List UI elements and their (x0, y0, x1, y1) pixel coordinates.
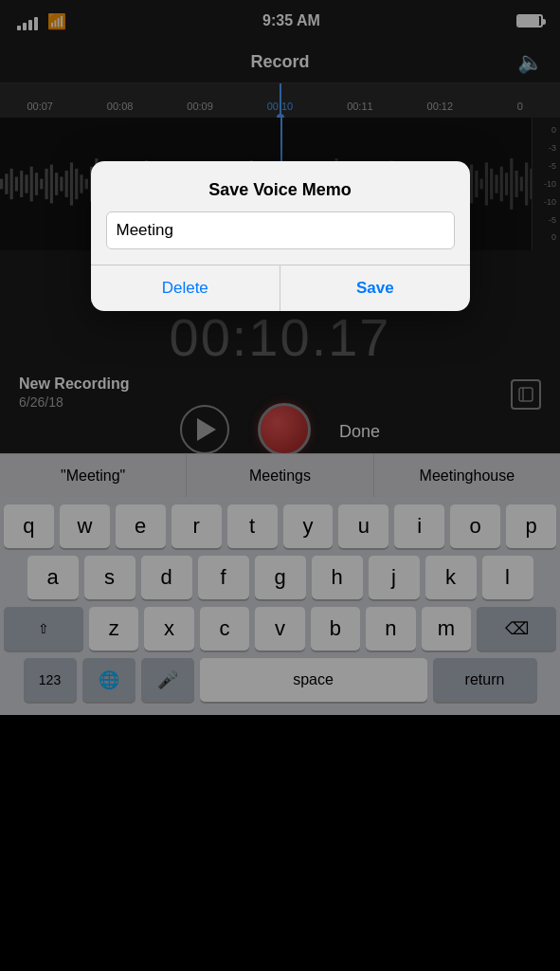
modal-buttons: Delete Save (91, 265, 470, 311)
save-button[interactable]: Save (280, 266, 470, 311)
modal-title: Save Voice Memo (91, 161, 470, 211)
delete-button[interactable]: Delete (91, 266, 281, 311)
memo-name-input[interactable] (106, 211, 455, 249)
modal-overlay: Save Voice Memo Delete Save (0, 0, 560, 971)
modal-input-container (91, 211, 470, 265)
save-voice-memo-dialog: Save Voice Memo Delete Save (91, 161, 470, 311)
